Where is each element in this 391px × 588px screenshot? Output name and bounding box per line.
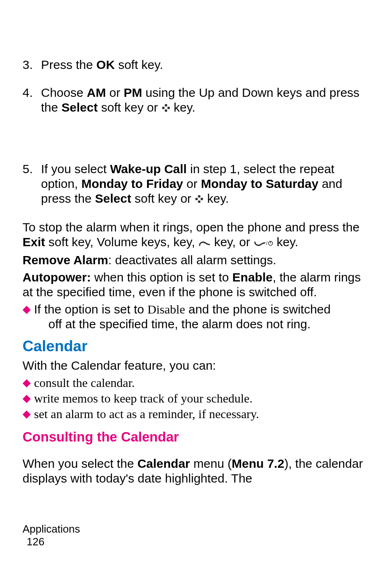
page-footer: Applications 126 [23, 523, 368, 548]
send-key-icon [198, 236, 211, 250]
text: When you select the [23, 457, 137, 470]
step-number: 5. [23, 162, 41, 207]
consulting-calendar-heading: Consulting the Calendar [23, 429, 368, 445]
svg-rect-1 [165, 110, 167, 112]
text: If the option is set to [34, 302, 148, 316]
calendar-intro: With the Calendar feature, you can: [23, 358, 368, 373]
diamond-bullet-icon: ◆ [23, 407, 34, 421]
calendar-bullet-1: ◆ consult the calendar. [23, 375, 368, 390]
diamond-bullet-icon: ◆ [23, 375, 34, 390]
text: To stop the alarm when it rings, open th… [23, 220, 359, 234]
step-number: 4. [23, 85, 41, 116]
end-power-key-icon: / [254, 236, 273, 250]
text-bold: Select [61, 101, 98, 114]
text: Press the [41, 58, 96, 71]
text: when this option is set to [91, 270, 232, 284]
bullet-text: write memos to keep track of your schedu… [34, 391, 368, 406]
text: Choose [41, 86, 87, 99]
stop-alarm-paragraph: To stop the alarm when it rings, open th… [23, 220, 368, 250]
step-number: 3. [23, 57, 41, 72]
calendar-bullet-2: ◆ write memos to keep track of your sche… [23, 391, 368, 406]
step-4: 4. Choose AM or PM using the Up and Down… [23, 85, 368, 116]
step-text: Press the OK soft key. [41, 57, 368, 72]
calendar-bullet-3: ◆ set an alarm to act as a reminder, if … [23, 407, 368, 421]
text-bold: OK [96, 58, 115, 71]
text-bold: Remove Alarm [23, 253, 108, 267]
footer-section-title: Applications [23, 523, 368, 535]
svg-text:/: / [266, 240, 268, 246]
text: key. [204, 192, 229, 205]
text: key. [170, 101, 196, 114]
text: : deactivates all alarm settings. [108, 253, 276, 267]
diamond-bullet-icon: ◆ [23, 391, 34, 406]
text-bold: Monday to Friday [81, 177, 183, 190]
text: or [106, 86, 123, 99]
step-text: Choose AM or PM using the Up and Down ke… [41, 85, 368, 116]
bullet-text: If the option is set to Disable and the … [34, 302, 368, 332]
text: menu ( [190, 457, 232, 470]
step-3: 3. Press the OK soft key. [23, 57, 368, 72]
svg-rect-5 [198, 201, 200, 203]
svg-rect-0 [165, 104, 167, 107]
text: key, or [211, 235, 253, 249]
text-bold: Select [95, 192, 131, 205]
text-bold: Exit [23, 235, 45, 249]
svg-rect-4 [198, 195, 200, 198]
text: off at the specified time, the alarm doe… [48, 317, 311, 331]
text: soft key. [115, 58, 163, 71]
text: soft key or [98, 101, 161, 114]
svg-rect-7 [201, 198, 203, 200]
text-bold: PM [124, 86, 142, 99]
svg-rect-6 [196, 198, 198, 200]
diamond-bullet-icon: ◆ [23, 302, 34, 332]
disable-note-bullet: ◆ If the option is set to Disable and th… [23, 302, 368, 332]
bullet-text: set an alarm to act as a reminder, if ne… [34, 407, 368, 421]
text: soft key or [131, 192, 195, 205]
text: soft key, Volume keys, key, [45, 235, 198, 249]
consulting-calendar-paragraph: When you select the Calendar menu (Menu … [23, 456, 368, 486]
svg-rect-2 [162, 107, 164, 109]
footer-page-number: 126 [23, 535, 368, 548]
text-bold: Wake-up Call [110, 162, 186, 176]
bullet-text: consult the calendar. [34, 375, 368, 390]
dpad-icon [161, 101, 170, 116]
step-text: If you select Wake-up Call in step 1, se… [41, 162, 368, 207]
text-bold: Autopower: [23, 270, 91, 284]
step-5: 5. If you select Wake-up Call in step 1,… [23, 162, 368, 207]
text: and the phone is switched [185, 302, 330, 316]
calendar-heading: Calendar [23, 337, 368, 355]
remove-alarm-paragraph: Remove Alarm: deactivates all alarm sett… [23, 253, 368, 268]
text-bold: Calendar [137, 457, 190, 470]
dpad-icon [195, 192, 204, 207]
text: key. [273, 235, 298, 249]
text-serif: Disable [148, 302, 185, 316]
text: or [183, 177, 201, 190]
text: If you select [41, 162, 110, 176]
text-bold: Enable [232, 270, 273, 284]
text-bold: AM [87, 86, 106, 99]
autopower-paragraph: Autopower: when this option is set to En… [23, 270, 368, 300]
text-bold: Monday to Saturday [201, 177, 318, 190]
text-bold: Menu 7.2 [232, 457, 284, 470]
svg-rect-3 [167, 107, 170, 109]
